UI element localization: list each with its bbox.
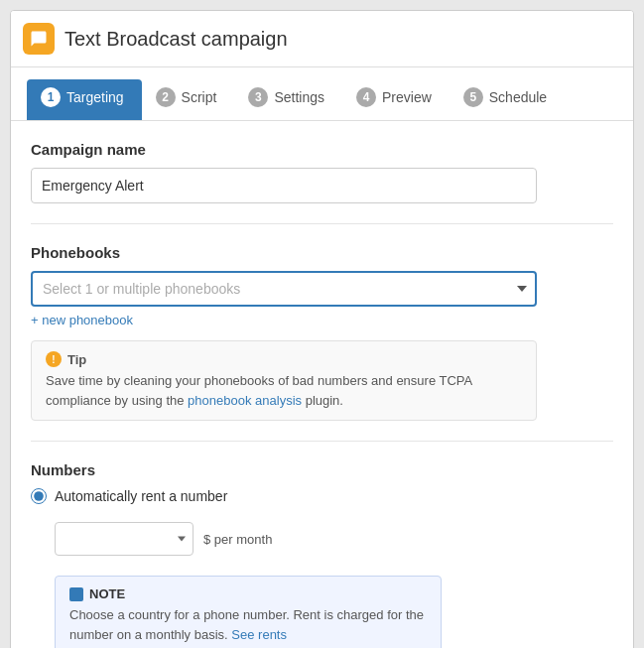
tab-number-2: 2 [156, 87, 176, 107]
phonebooks-select-wrapper: Select 1 or multiple phonebooks [31, 271, 537, 307]
note-header: NOTE [69, 586, 427, 601]
tip-box: ! Tip Save time by cleaning your phonebo… [31, 340, 537, 421]
tab-settings[interactable]: 3 Settings [234, 79, 342, 120]
tip-text: Save time by cleaning your phonebooks of… [46, 371, 522, 410]
per-month-text: $ per month [203, 532, 272, 547]
tab-schedule[interactable]: 5 Schedule [450, 79, 565, 120]
see-rents-link[interactable]: See rents [231, 627, 287, 642]
tab-label-script: Script [182, 89, 217, 105]
page-title: Text Broadcast campaign [64, 28, 288, 51]
radio-group-numbers: Automatically rent a number $ per month … [31, 488, 613, 648]
radio-auto-rent[interactable]: Automatically rent a number [31, 488, 613, 504]
tip-icon: ! [46, 351, 62, 367]
campaign-name-input[interactable] [31, 168, 537, 203]
tab-targeting[interactable]: 1 Targeting [27, 79, 142, 120]
campaign-icon [23, 23, 55, 55]
tab-label-targeting: Targeting [66, 89, 124, 105]
numbers-label: Numbers [31, 461, 613, 478]
phonebooks-select[interactable]: Select 1 or multiple phonebooks [31, 271, 537, 307]
radio-auto-rent-label: Automatically rent a number [55, 488, 227, 504]
tab-number-5: 5 [463, 87, 483, 107]
tab-number-4: 4 [356, 87, 376, 107]
note-icon [69, 587, 83, 601]
tab-number-3: 3 [248, 87, 268, 107]
note-text: Choose a country for a phone number. Ren… [69, 605, 427, 644]
tip-header: ! Tip [46, 351, 522, 367]
campaign-name-label: Campaign name [31, 141, 613, 158]
form-body: Campaign name Phonebooks Select 1 or mul… [11, 121, 633, 648]
country-select-wrapper [55, 522, 193, 556]
tab-label-settings: Settings [274, 89, 324, 105]
tab-number-1: 1 [41, 87, 61, 107]
tab-label-preview: Preview [382, 89, 432, 105]
note-title: NOTE [89, 586, 125, 601]
radio-auto-rent-input[interactable] [31, 488, 47, 504]
numbers-section: Numbers Automatically rent a number $ pe… [31, 441, 613, 648]
tip-title: Tip [67, 352, 86, 367]
tabs-bar: 1 Targeting 2 Script 3 Settings 4 Previe… [11, 67, 633, 121]
auto-rent-controls: $ per month [55, 522, 613, 556]
tab-script[interactable]: 2 Script [142, 79, 235, 120]
note-box: NOTE Choose a country for a phone number… [55, 576, 442, 648]
new-phonebook-link[interactable]: + new phonebook [31, 313, 133, 327]
tab-preview[interactable]: 4 Preview [342, 79, 450, 120]
country-select[interactable] [55, 522, 193, 556]
page-header: Text Broadcast campaign [11, 11, 633, 67]
phonebooks-section: Phonebooks Select 1 or multiple phoneboo… [31, 223, 613, 421]
campaign-name-section: Campaign name [31, 141, 613, 203]
phonebook-analysis-link[interactable]: phonebook analysis [188, 393, 302, 408]
phonebooks-label: Phonebooks [31, 244, 613, 261]
tab-label-schedule: Schedule [489, 89, 547, 105]
main-card: Text Broadcast campaign 1 Targeting 2 Sc… [10, 10, 634, 648]
